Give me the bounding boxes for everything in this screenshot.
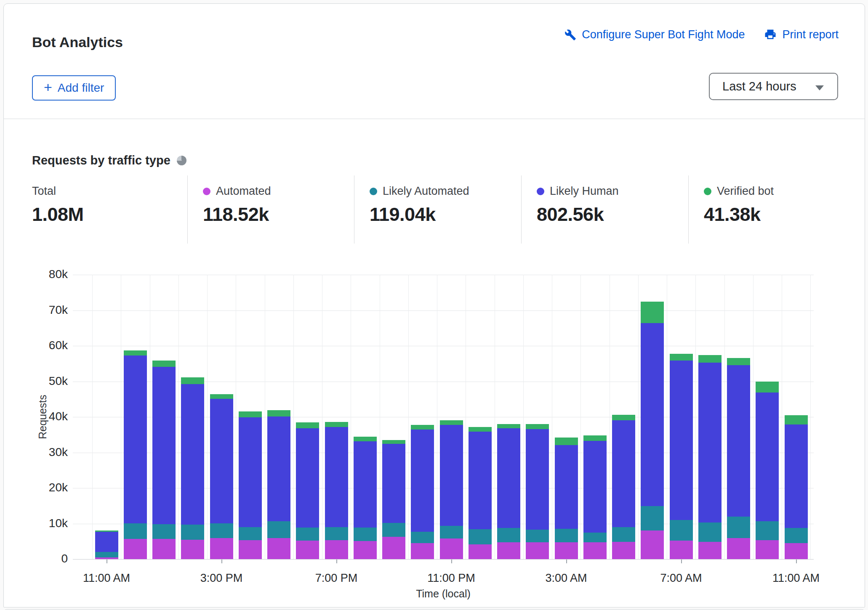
bar-segment-automated — [354, 541, 377, 559]
bar-segment-automated — [583, 542, 607, 559]
chart-bar-12-00-pm — [124, 350, 147, 559]
chart-bar-12-00-am — [469, 427, 492, 559]
bar-segment-likely-automated — [469, 529, 492, 544]
x-gridline — [495, 275, 495, 559]
plus-icon: + — [44, 80, 52, 94]
x-gridline — [667, 275, 667, 559]
chart-bar-2-00-am — [526, 424, 549, 559]
y-tick-label: 80k — [21, 268, 68, 281]
chevron-down-icon — [815, 85, 824, 90]
y-tick-label: 60k — [21, 339, 68, 352]
x-axis-title: Time (local) — [73, 588, 814, 600]
bar-segment-automated — [555, 542, 578, 559]
x-tick-label: 11:00 AM — [73, 572, 140, 585]
y-tick-label: 0 — [21, 552, 68, 565]
bar-segment-automated — [526, 542, 549, 559]
x-gridline — [150, 275, 150, 559]
bar-segment-verified-bot — [583, 435, 607, 441]
y-tick-label: 40k — [21, 410, 68, 423]
chart-bar-1-00-pm — [152, 361, 176, 559]
x-gridline — [293, 275, 294, 559]
stat-label: Total — [32, 185, 56, 198]
x-gridline — [437, 275, 437, 559]
x-gridline — [523, 275, 524, 559]
header-divider — [4, 119, 865, 119]
time-range-select[interactable]: Last 24 hours — [709, 73, 838, 100]
bar-segment-automated — [612, 542, 635, 559]
bar-segment-automated — [670, 541, 693, 559]
wrench-icon — [564, 29, 576, 41]
x-gridline — [322, 275, 322, 559]
x-tick-label: 7:00 AM — [647, 572, 715, 585]
bar-segment-likely-human — [440, 425, 463, 526]
chart-bar-10-00-pm — [411, 425, 434, 559]
stat-automated: Automated118.52k — [203, 185, 271, 225]
bar-segment-likely-automated — [239, 527, 262, 540]
add-filter-button[interactable]: + Add filter — [32, 75, 116, 101]
x-gridline — [580, 275, 581, 559]
bar-segment-likely-automated — [411, 532, 434, 543]
bar-segment-likely-automated — [296, 528, 319, 541]
bar-segment-likely-automated — [727, 517, 750, 538]
bar-segment-automated — [698, 542, 722, 559]
print-report-link[interactable]: Print report — [764, 28, 839, 41]
bar-segment-likely-human — [411, 430, 434, 532]
pie-chart-icon — [177, 156, 186, 165]
bar-segment-likely-human — [325, 427, 348, 527]
chart-bar-8-00-pm — [354, 437, 377, 559]
bar-segment-likely-human — [583, 441, 607, 533]
x-tick-label: 7:00 PM — [303, 572, 370, 585]
chart-bar-11-00-am — [95, 530, 118, 559]
chart-bar-5-00-pm — [267, 410, 290, 559]
bot-analytics-screen: Bot Analytics Configure Super Bot Fight … — [0, 0, 868, 610]
legend-dot — [203, 188, 210, 195]
bar-segment-verified-bot — [641, 302, 664, 323]
chart-bar-8-00-am — [698, 355, 722, 559]
y-tick-label: 10k — [21, 517, 68, 530]
bar-segment-likely-automated — [440, 526, 463, 538]
stat-divider — [688, 175, 689, 244]
legend-dot — [704, 188, 711, 195]
y-tick-label: 30k — [21, 446, 68, 459]
configure-super-bot-fight-mode-link[interactable]: Configure Super Bot Fight Mode — [564, 28, 745, 41]
stat-value: 41.38k — [704, 204, 774, 225]
y-gridline — [73, 346, 814, 346]
bar-segment-likely-automated — [354, 528, 377, 541]
bar-segment-likely-human — [181, 384, 204, 525]
bar-segment-automated — [411, 543, 434, 559]
bar-segment-automated — [497, 542, 520, 559]
bar-segment-automated — [152, 539, 176, 559]
stat-label: Automated — [216, 185, 271, 198]
bar-segment-verified-bot — [727, 358, 750, 365]
legend-dot — [370, 188, 377, 195]
bar-segment-likely-human — [152, 367, 176, 524]
bar-segment-likely-human — [698, 363, 722, 522]
bar-segment-automated — [641, 530, 664, 559]
bar-segment-likely-human — [555, 445, 578, 529]
chart-bar-10-00-am — [756, 382, 779, 559]
bar-segment-automated — [239, 540, 262, 559]
bar-segment-verified-bot — [698, 355, 722, 363]
bar-segment-likely-human — [641, 323, 664, 506]
section-title: Requests by traffic type — [32, 154, 186, 167]
bar-segment-verified-bot — [785, 415, 808, 424]
add-filter-label: Add filter — [58, 81, 104, 95]
bar-segment-automated — [210, 538, 233, 559]
bar-segment-verified-bot — [555, 438, 578, 445]
bar-segment-verified-bot — [670, 354, 693, 361]
bar-segment-verified-bot — [497, 424, 520, 428]
bar-segment-automated — [756, 540, 779, 559]
bar-segment-likely-automated — [497, 528, 520, 542]
y-tick-label: 50k — [21, 374, 68, 388]
bar-segment-verified-bot — [526, 424, 549, 429]
chart-bar-11-00-pm — [440, 420, 463, 559]
bar-segment-likely-automated — [612, 527, 635, 542]
y-tick-label: 70k — [21, 303, 68, 317]
bar-segment-automated — [382, 537, 405, 559]
y-tick-label: 20k — [21, 481, 68, 494]
bar-segment-verified-bot — [756, 382, 779, 392]
bar-segment-verified-bot — [440, 420, 463, 424]
x-tick — [796, 560, 797, 563]
bar-segment-likely-human — [612, 420, 635, 527]
x-tick — [451, 560, 452, 563]
